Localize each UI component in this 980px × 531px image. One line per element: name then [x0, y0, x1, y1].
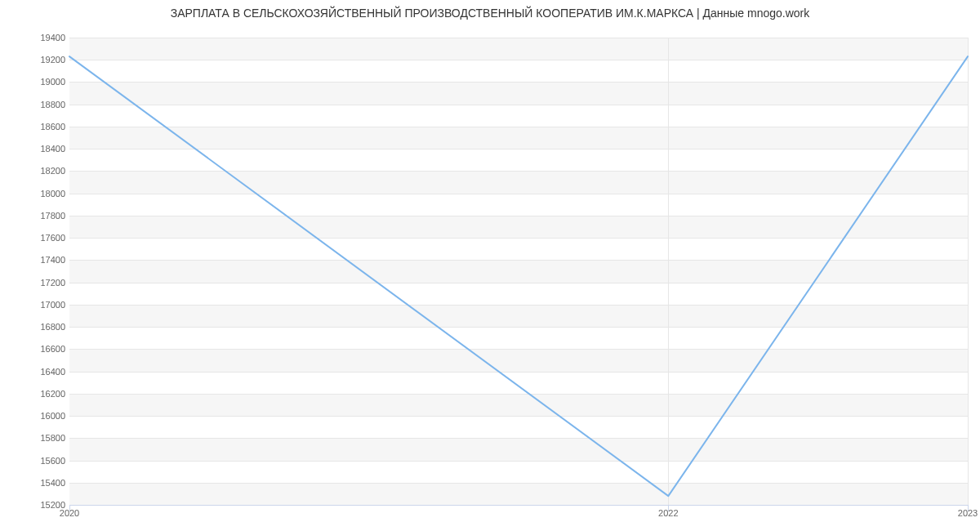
y-tick-label: 19400: [8, 33, 65, 42]
x-tick-label: 2023: [958, 508, 978, 518]
chart-container: ЗАРПЛАТА В СЕЛЬСКОХОЗЯЙСТВЕННЫЙ ПРОИЗВОД…: [0, 0, 980, 531]
line-layer: [69, 38, 968, 505]
y-tick-label: 15400: [8, 478, 65, 488]
y-tick-label: 18600: [8, 122, 65, 132]
y-tick-label: 16000: [8, 411, 65, 421]
y-tick-label: 15600: [8, 456, 65, 466]
y-tick-label: 19000: [8, 77, 65, 87]
y-tick-label: 16600: [8, 344, 65, 354]
chart-title: ЗАРПЛАТА В СЕЛЬСКОХОЗЯЙСТВЕННЫЙ ПРОИЗВОД…: [0, 7, 980, 20]
y-tick-label: 18200: [8, 166, 65, 176]
y-tick-label: 18800: [8, 100, 65, 109]
y-tick-label: 17200: [8, 278, 65, 288]
y-tick-label: 18400: [8, 144, 65, 154]
y-tick-label: 17400: [8, 255, 65, 265]
y-tick-label: 16800: [8, 322, 65, 332]
series-line: [69, 56, 968, 496]
y-tick-label: 19200: [8, 55, 65, 65]
y-tick-label: 16200: [8, 389, 65, 399]
plot-area: [69, 38, 968, 505]
x-tick-label: 2020: [60, 508, 79, 518]
y-tick-label: 16400: [8, 367, 65, 377]
y-tick-label: 17800: [8, 211, 65, 221]
y-tick-label: 18000: [8, 189, 65, 199]
x-tick-label: 2022: [658, 508, 678, 518]
y-tick-label: 17600: [8, 233, 65, 243]
y-tick-label: 17000: [8, 300, 65, 310]
y-tick-label: 15800: [8, 433, 65, 443]
x-gridline: [968, 38, 969, 505]
x-axis-line: [69, 505, 968, 506]
y-tick-label: 15200: [8, 500, 65, 510]
